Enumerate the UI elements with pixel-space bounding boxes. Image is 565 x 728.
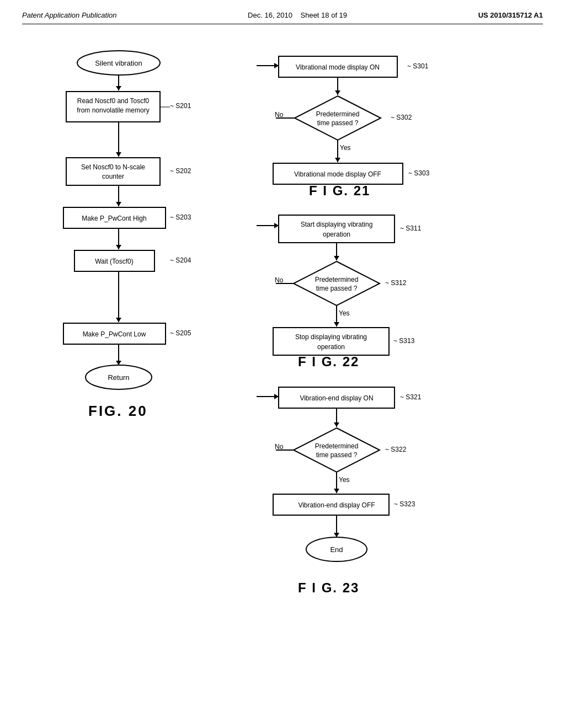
svg-text:F I G. 22: F I G. 22 (298, 354, 359, 366)
svg-text:Set Noscf0 to N-scale: Set Noscf0 to N-scale (81, 163, 145, 171)
svg-text:operation: operation (323, 231, 350, 238)
svg-marker-26 (116, 318, 121, 322)
svg-text:Yes: Yes (339, 309, 350, 317)
svg-marker-97 (334, 533, 339, 537)
svg-text:Make P_PwCont Low: Make P_PwCont Low (83, 330, 146, 338)
svg-text:FIG. 20: FIG. 20 (88, 403, 148, 419)
svg-text:No: No (275, 111, 284, 119)
svg-marker-63 (294, 261, 380, 306)
fig20-container: Silent vibration Read Noscf0 and Toscf0 … (33, 46, 237, 609)
header-right: US 2010/315712 A1 (478, 11, 543, 19)
page: Patent Application Publication Dec. 16, … (0, 0, 565, 728)
svg-marker-50 (335, 158, 340, 162)
svg-text:~ S311: ~ S311 (400, 224, 422, 232)
svg-text:Read Noscf0 and Toscf0: Read Noscf0 and Toscf0 (77, 97, 150, 105)
svg-text:Yes: Yes (340, 144, 351, 152)
svg-marker-31 (116, 361, 121, 365)
svg-text:~ S201: ~ S201 (170, 102, 191, 110)
svg-text:End: End (330, 545, 343, 554)
svg-marker-71 (334, 322, 339, 326)
svg-text:Predetermined: Predetermined (315, 276, 359, 283)
svg-rect-57 (279, 215, 395, 243)
svg-rect-72 (273, 328, 389, 355)
svg-rect-11 (66, 158, 160, 185)
svg-marker-3 (116, 86, 121, 90)
svg-text:Vibration-end display ON: Vibration-end display ON (300, 394, 373, 402)
svg-text:~ S313: ~ S313 (393, 337, 415, 345)
fig23-svg: Vibration-end display ON ~ S321 Predeter… (254, 377, 524, 609)
svg-text:~ S202: ~ S202 (170, 167, 191, 175)
svg-text:time passed ?: time passed ? (317, 119, 359, 127)
svg-text:Make P_PwCont High: Make P_PwCont High (82, 215, 146, 222)
svg-text:~ S203: ~ S203 (170, 213, 191, 221)
svg-text:No: No (275, 276, 284, 284)
svg-text:No: No (275, 443, 284, 451)
svg-text:~ S205: ~ S205 (170, 329, 191, 337)
svg-text:~ S323: ~ S323 (394, 500, 415, 508)
svg-marker-42 (295, 96, 381, 140)
header-left: Patent Application Publication (22, 11, 117, 19)
svg-text:Stop displaying vibrating: Stop displaying vibrating (295, 333, 367, 341)
svg-text:Vibrational mode display OFF: Vibrational mode display OFF (294, 170, 381, 178)
svg-marker-36 (274, 63, 279, 68)
svg-marker-78 (274, 394, 279, 399)
svg-text:time passed ?: time passed ? (316, 285, 358, 292)
svg-text:~ S321: ~ S321 (400, 393, 422, 401)
svg-text:Return: Return (108, 373, 129, 382)
fig22-svg: Start displaying vibrating operation ~ S… (254, 206, 524, 366)
svg-text:~ S312: ~ S312 (385, 279, 407, 287)
svg-marker-83 (334, 422, 339, 427)
svg-text:from nonvolatile memory: from nonvolatile memory (77, 106, 149, 114)
svg-text:operation: operation (317, 343, 345, 351)
svg-marker-56 (274, 223, 279, 228)
svg-text:Predetermined: Predetermined (316, 110, 360, 118)
svg-text:Silent vibration: Silent vibration (95, 59, 142, 67)
svg-text:Yes: Yes (339, 476, 350, 484)
svg-text:counter: counter (102, 173, 124, 180)
fig21-svg: Vibrational mode display ON ~ S301 Prede… (254, 46, 524, 195)
svg-marker-41 (335, 90, 340, 95)
svg-marker-16 (116, 202, 121, 206)
svg-text:~ S322: ~ S322 (385, 446, 407, 453)
header-sheet: Sheet 18 of 19 (301, 11, 348, 19)
svg-text:F I G. 23: F I G. 23 (298, 580, 359, 595)
svg-text:Vibrational mode display ON: Vibrational mode display ON (296, 63, 380, 71)
svg-marker-21 (116, 245, 121, 249)
svg-text:Wait (Toscf0): Wait (Toscf0) (95, 258, 134, 265)
svg-marker-92 (334, 489, 339, 493)
svg-text:~ S302: ~ S302 (391, 114, 412, 121)
diagrams-area: Silent vibration Read Noscf0 and Toscf0 … (22, 41, 543, 614)
right-column: Vibrational mode display ON ~ S301 Prede… (254, 46, 532, 609)
svg-text:Start displaying vibrating: Start displaying vibrating (301, 221, 373, 228)
svg-marker-84 (294, 428, 380, 472)
header-date: Dec. 16, 2010 (248, 11, 292, 19)
svg-text:~ S301: ~ S301 (407, 62, 429, 70)
svg-text:~ S303: ~ S303 (408, 169, 430, 177)
svg-text:~ S204: ~ S204 (170, 256, 191, 264)
svg-text:time passed ?: time passed ? (316, 451, 358, 459)
svg-marker-10 (116, 152, 121, 157)
fig20-svg: Silent vibration Read Noscf0 and Toscf0 … (33, 46, 237, 454)
page-header: Patent Application Publication Dec. 16, … (22, 11, 543, 24)
svg-marker-62 (334, 256, 339, 260)
svg-text:Vibration-end display OFF: Vibration-end display OFF (298, 501, 375, 509)
svg-text:Predetermined: Predetermined (315, 442, 359, 450)
svg-text:F I G. 21: F I G. 21 (309, 183, 370, 195)
header-center: Dec. 16, 2010 Sheet 18 of 19 (248, 11, 347, 19)
